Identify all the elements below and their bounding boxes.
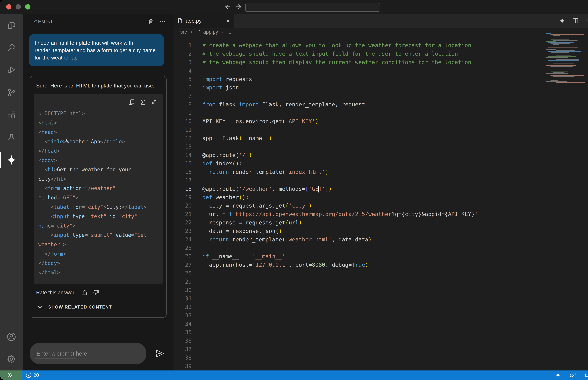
line-number: 21 <box>173 210 192 218</box>
search-icon[interactable] <box>0 37 23 59</box>
code-line[interactable]: 6import json <box>173 83 588 92</box>
line-content <box>192 286 588 294</box>
gemini-sparkle-icon[interactable] <box>0 149 23 171</box>
explorer-icon[interactable] <box>0 14 23 37</box>
code-line[interactable]: 5import requests <box>173 75 588 83</box>
code-token: type <box>69 213 85 219</box>
minimize-window-button[interactable] <box>16 4 21 10</box>
code-line[interactable]: 4 <box>173 66 588 75</box>
settings-gear-icon[interactable] <box>0 348 23 370</box>
code-line[interactable]: 25 <box>173 244 588 252</box>
code-line[interactable]: 29 <box>173 278 588 286</box>
feedback-icon[interactable] <box>569 372 576 379</box>
code-line[interactable]: 33 <box>173 311 588 320</box>
prompt-input[interactable]: Enter a prompt here <box>30 342 146 364</box>
code-line[interactable]: 11 <box>173 125 588 134</box>
code-token: > <box>63 176 66 182</box>
code-token: h1 <box>48 167 54 172</box>
code-line[interactable]: 9 <box>173 109 588 117</box>
code-line[interactable]: 18@app.route('/weather', methods=['GET']… <box>173 185 588 193</box>
code-line[interactable]: 20 city = request.args.get('city') <box>173 201 588 210</box>
minimap[interactable] <box>546 33 588 83</box>
send-prompt-icon[interactable] <box>155 348 165 359</box>
code-token: ' <box>475 211 478 217</box>
notifications-bell-icon[interactable] <box>584 372 588 379</box>
editor-more-actions-icon[interactable] <box>585 18 588 24</box>
code-line[interactable]: 37 <box>173 345 588 353</box>
breadcrumb-src[interactable]: src <box>180 29 187 35</box>
code-line[interactable]: 32 <box>173 303 588 311</box>
code-line[interactable]: 21 url = f'https://api.openweathermap.or… <box>173 210 588 218</box>
testing-beaker-icon[interactable] <box>0 126 23 149</box>
breadcrumb-app-py[interactable]: app.py <box>203 29 218 35</box>
extensions-icon[interactable] <box>0 104 23 126</box>
show-related-content-button[interactable]: SHOW RELATED CONTENT <box>30 298 166 314</box>
zoom-window-button[interactable] <box>25 4 30 10</box>
code-line[interactable]: 34 <box>173 320 588 328</box>
user-message-bubble: I need an html template that will work w… <box>29 34 164 66</box>
code-line[interactable]: 10API_KEY = os.environ.get('API_KEY') <box>173 117 588 125</box>
status-sparkle-icon[interactable] <box>555 372 561 378</box>
code-line[interactable]: 16 return render_template('index.html') <box>173 168 588 176</box>
thumbs-down-icon[interactable] <box>93 289 99 296</box>
line-content: # create a webpage that allows you to lo… <box>192 41 588 50</box>
account-icon[interactable] <box>0 325 23 348</box>
insert-code-into-file-icon[interactable] <box>140 98 146 106</box>
code-token: label <box>128 204 143 210</box>
code-token: </ <box>45 251 51 257</box>
code-line[interactable]: 38 <box>173 353 588 362</box>
code-line[interactable]: 26if __name__ == '__main__': <box>173 252 588 261</box>
trash-icon[interactable] <box>148 18 154 25</box>
copy-code-icon[interactable] <box>128 98 135 106</box>
forward-arrow-icon[interactable] <box>235 2 243 11</box>
code-line[interactable]: 28 <box>173 269 588 278</box>
code-line[interactable]: 39 <box>173 362 588 370</box>
code-token <box>38 213 51 219</box>
code-line[interactable]: 3# the webpage should then display the c… <box>173 58 588 66</box>
expand-code-icon[interactable] <box>151 98 157 106</box>
close-tab-icon[interactable] <box>226 19 230 23</box>
code-line[interactable]: 2# the webpage should have a text input … <box>173 50 588 58</box>
code-line[interactable]: 31 <box>173 294 588 303</box>
code-editor[interactable]: 1# create a webpage that allows you to l… <box>173 36 588 370</box>
line-number: 19 <box>173 193 192 202</box>
more-actions-icon[interactable] <box>159 19 166 25</box>
tab-app-py[interactable]: app.py <box>173 14 234 28</box>
gemini-editor-sparkle-icon[interactable] <box>558 17 566 24</box>
breadcrumb-symbol[interactable]: ... <box>227 29 231 35</box>
code-line[interactable]: 35 <box>173 328 588 337</box>
code-line[interactable]: 17 <box>173 176 588 185</box>
command-center-search-box[interactable] <box>245 3 380 12</box>
code-line[interactable]: 1# create a webpage that allows you to l… <box>173 41 588 50</box>
line-number: 10 <box>173 117 192 125</box>
code-token: action <box>60 185 82 191</box>
line-content: city = request.args.get('city') <box>192 201 588 210</box>
code-line[interactable]: 12app = Flask(__name__) <box>173 134 588 142</box>
code-token <box>38 167 45 172</box>
thumbs-up-icon[interactable] <box>81 289 88 296</box>
line-content: response = requests.get(url) <box>192 218 588 227</box>
code-line[interactable]: 27 app.run(host='127.0.0.1', port=8080, … <box>173 261 588 269</box>
back-arrow-icon[interactable] <box>224 2 231 11</box>
code-token: , data=data <box>332 236 368 243</box>
remote-indicator-button[interactable] <box>0 370 22 380</box>
code-line[interactable]: 13 <box>173 142 588 151</box>
source-control-icon[interactable] <box>0 81 23 104</box>
code-line[interactable]: 19def weather(): <box>173 193 588 202</box>
code-line[interactable]: 30 <box>173 286 588 294</box>
code-line[interactable]: 22 response = requests.get(url) <box>173 218 588 227</box>
code-line[interactable]: 7 <box>173 92 588 100</box>
problems-info-button[interactable]: 20 <box>22 370 43 380</box>
code-line[interactable]: 23 data = response.json() <box>173 227 588 235</box>
split-editor-icon[interactable] <box>572 18 579 24</box>
code-line[interactable]: 8from flask import Flask, render_templat… <box>173 100 588 109</box>
code-token: 'index.html' <box>285 169 325 175</box>
code-line[interactable]: 24 return render_template('weather.html'… <box>173 235 588 244</box>
panel-title: GEMINI <box>34 19 53 24</box>
close-window-button[interactable] <box>6 4 11 10</box>
code-token: # the webpage should then display the cu… <box>202 59 471 65</box>
code-line[interactable]: 15def index(): <box>173 159 588 168</box>
run-debug-icon[interactable] <box>0 59 23 81</box>
code-line[interactable]: 36 <box>173 337 588 345</box>
code-line[interactable]: 14@app.route('/') <box>173 151 588 159</box>
